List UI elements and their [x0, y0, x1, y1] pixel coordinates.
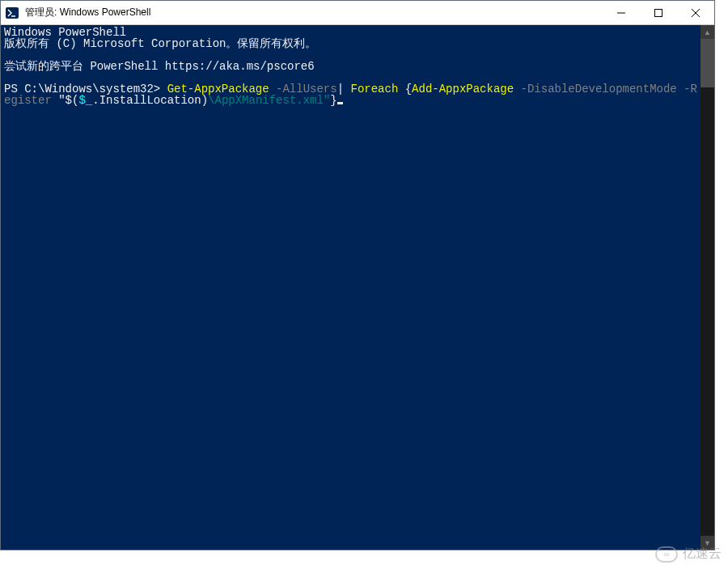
string-tail: \AppXManifest.xml": [208, 94, 330, 107]
subexpr-close: ): [201, 94, 208, 107]
minimize-button[interactable]: [603, 1, 640, 24]
terminal[interactable]: Windows PowerShell 版权所有 (C) Microsoft Co…: [1, 25, 700, 550]
app-icon: [6, 6, 19, 19]
scroll-up-button[interactable]: ▲: [700, 25, 714, 39]
powershell-window: 管理员: Windows PowerShell Windows PowerShe…: [0, 0, 715, 550]
window-title: 管理员: Windows PowerShell: [23, 6, 603, 19]
close-button[interactable]: [677, 1, 714, 24]
foreach: Foreach: [344, 83, 405, 96]
pipe: |: [337, 83, 344, 96]
watermark: ∞ 亿速云: [655, 546, 722, 563]
scroll-thumb[interactable]: [700, 39, 714, 87]
brace-close: }: [330, 94, 336, 107]
cmdlet-2: Add-AppxPackage: [412, 83, 514, 96]
scroll-track[interactable]: [700, 39, 714, 536]
titlebar[interactable]: 管理员: Windows PowerShell: [1, 1, 714, 25]
header-line-2: 版权所有 (C) Microsoft Corporation。保留所有权利。: [4, 37, 316, 50]
maximize-button[interactable]: [640, 1, 677, 24]
pipeline-var: $_: [78, 94, 92, 107]
cursor: [337, 102, 343, 104]
brace-open: {: [405, 83, 412, 96]
watermark-text: 亿速云: [683, 546, 722, 563]
vertical-scrollbar[interactable]: ▲ ▼: [700, 25, 714, 550]
subexpr-open: "$(: [58, 94, 78, 107]
terminal-area: Windows PowerShell 版权所有 (C) Microsoft Co…: [1, 25, 714, 550]
watermark-icon: ∞: [655, 546, 678, 563]
try-line: 尝试新的跨平台 PowerShell https://aka.ms/pscore…: [4, 60, 315, 73]
window-controls: [603, 1, 714, 24]
svg-rect-3: [655, 9, 662, 16]
property: .InstallLocation: [92, 94, 201, 107]
